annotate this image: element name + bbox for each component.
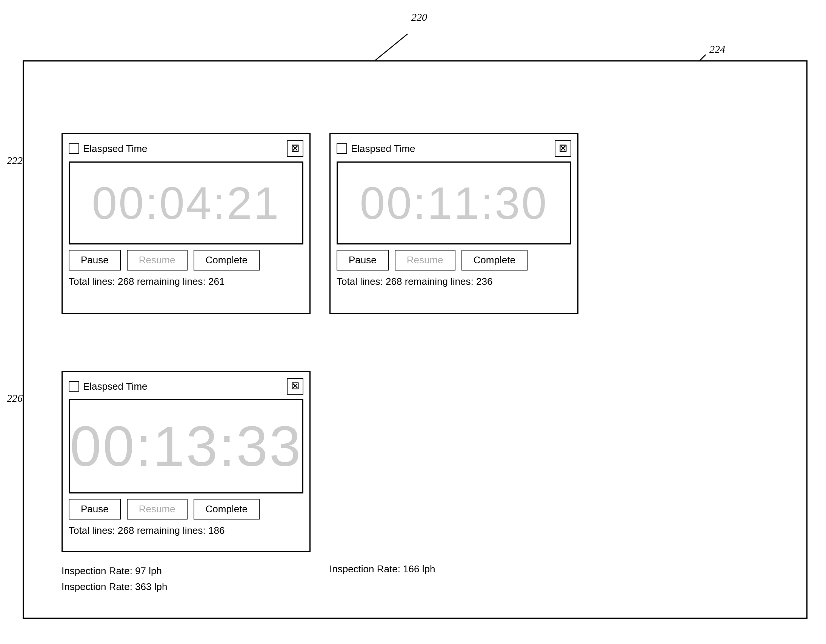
panel-2-timer: 00:11:30: [356, 173, 552, 233]
panel-3-timer: 00:13:33: [66, 410, 306, 482]
panel-3-checkbox[interactable]: [69, 381, 79, 392]
panel-2-btn-row: Pause Resume Complete: [337, 250, 571, 270]
panel-3-titlebar: Elaspsed Time ☒: [69, 378, 303, 395]
panel-1-complete-button[interactable]: Complete: [194, 250, 259, 270]
panel-1: Elaspsed Time ☒ 00:04:21 Pause Resume Co…: [62, 133, 311, 314]
inspection-rate-right: Inspection Rate: 166 lph: [329, 563, 435, 575]
panel-1-checkbox[interactable]: [69, 143, 79, 154]
panel-1-titlebar: Elaspsed Time ☒: [69, 140, 303, 157]
panel-2-resume-button[interactable]: Resume: [395, 250, 455, 270]
inspection-rate-left: Inspection Rate: 97 lph Inspection Rate:…: [62, 563, 167, 594]
panel-2-close-button[interactable]: ☒: [555, 140, 571, 157]
panel-2-titlebar: Elaspsed Time ☒: [337, 140, 571, 157]
panel-3-stats: Total lines: 268 remaining lines: 186: [69, 525, 303, 537]
panel-1-resume-button[interactable]: Resume: [127, 250, 188, 270]
inspection-rate-left-1: Inspection Rate: 97 lph: [62, 563, 167, 579]
panel-3-close-button[interactable]: ☒: [287, 378, 303, 395]
panel-1-title-left: Elaspsed Time: [69, 143, 148, 155]
panel-2-checkbox[interactable]: [337, 143, 347, 154]
panel-1-timer-display: 00:04:21: [69, 161, 303, 244]
panel-2-timer-display: 00:11:30: [337, 161, 571, 244]
ref-226-label: 226: [7, 393, 23, 404]
panel-2-complete-button[interactable]: Complete: [461, 250, 528, 270]
panel-3-title-left: Elaspsed Time: [69, 381, 148, 393]
panel-3-title: Elaspsed Time: [83, 381, 148, 393]
main-container: Elaspsed Time ☒ 00:04:21 Pause Resume Co…: [23, 61, 807, 619]
panel-1-title: Elaspsed Time: [83, 143, 148, 155]
panel-3-complete-button[interactable]: Complete: [194, 499, 259, 520]
panel-1-close-button[interactable]: ☒: [287, 140, 303, 157]
inspection-rate-left-2: Inspection Rate: 363 lph: [62, 579, 167, 595]
panel-2-stats: Total lines: 268 remaining lines: 236: [337, 276, 571, 287]
panel-1-btn-row: Pause Resume Complete: [69, 250, 303, 270]
ref-222-label: 222: [7, 155, 23, 167]
ref-220-label: 220: [411, 11, 427, 23]
panel-2-title: Elaspsed Time: [351, 143, 415, 155]
panel-3: Elaspsed Time ☒ 00:13:33 Pause Resume Co…: [62, 371, 311, 552]
panel-3-btn-row: Pause Resume Complete: [69, 499, 303, 520]
panel-3-pause-button[interactable]: Pause: [69, 499, 121, 520]
panel-1-timer: 00:04:21: [88, 173, 284, 233]
panel-1-stats: Total lines: 268 remaining lines: 261: [69, 276, 303, 287]
panel-3-timer-display: 00:13:33: [69, 399, 303, 493]
panel-3-resume-button[interactable]: Resume: [127, 499, 188, 520]
panel-1-pause-button[interactable]: Pause: [69, 250, 121, 270]
panel-2-title-left: Elaspsed Time: [337, 143, 415, 155]
ref-224-label: 224: [710, 43, 725, 56]
panel-2: Elaspsed Time ☒ 00:11:30 Pause Resume Co…: [329, 133, 578, 314]
panel-2-pause-button[interactable]: Pause: [337, 250, 389, 270]
